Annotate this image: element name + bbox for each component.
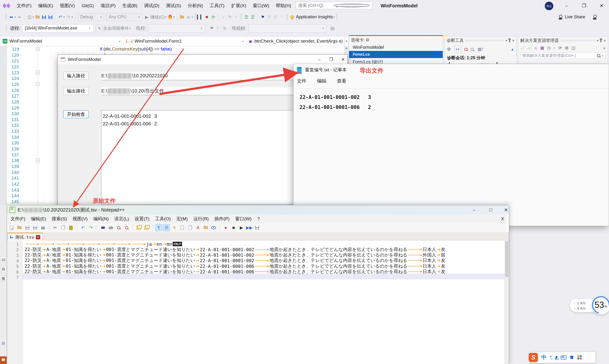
vertical-tab-label[interactable]: 自	[0, 340, 6, 346]
undo-icon[interactable]: ↶	[79, 224, 87, 231]
menu-编辑(E)[interactable]: 编辑(E)	[35, 0, 56, 12]
macro-play-icon[interactable]: ▶	[238, 224, 245, 231]
npp-titlebar[interactable]: E:\\10.20\20221020\测试.tsv - Notepad++	[7, 205, 509, 214]
step-out-icon[interactable]: ↑	[233, 13, 239, 21]
close-icon[interactable]: ✕	[512, 39, 515, 42]
chevron-down-icon[interactable]: ▾	[506, 39, 507, 42]
function-list-icon[interactable]	[179, 224, 186, 231]
back-icon[interactable]: ⤾	[521, 46, 524, 51]
folder-workspace-icon[interactable]	[202, 224, 209, 231]
start-check-button[interactable]: 开始检查	[63, 110, 89, 118]
step-into-icon[interactable]: ↓	[220, 13, 226, 21]
flag-icon[interactable]: ⚑	[209, 25, 215, 32]
ime-mode-icon[interactable]: 中	[541, 354, 546, 361]
menu-项目(P)[interactable]: 项目(P)	[97, 0, 119, 12]
process-dropdown[interactable]: [1644] WinFormsModel.exe▾	[22, 24, 93, 32]
macro-record-icon[interactable]: ●	[222, 224, 229, 231]
menu-文件(F)[interactable]: 文件(F)	[13, 0, 35, 12]
prev-bookmark-icon[interactable]: ⚐	[266, 13, 272, 21]
char-panel-icon[interactable]: A	[194, 224, 202, 231]
input-path-button[interactable]: 输入路径	[63, 72, 89, 80]
break-all-icon[interactable]: ▎▎	[197, 13, 204, 21]
stackframe-dropdown[interactable]: ▾	[248, 24, 327, 32]
menu-视图(V)[interactable]: 视图(V)	[57, 0, 78, 12]
next-bookmark-icon[interactable]: ⚐	[272, 13, 279, 21]
lifecycle-events-icon[interactable]: ↯	[96, 25, 103, 32]
sync-vertical-icon[interactable]	[135, 224, 142, 231]
npp-tab-active[interactable]: 测试.tsv ✕	[8, 233, 43, 241]
feedback-person-icon[interactable]	[593, 15, 597, 18]
npp-menu-文件(F)[interactable]: 文件(F)	[8, 215, 28, 223]
refresh-icon[interactable]: ⟳	[558, 45, 562, 51]
zoom-in-icon[interactable]	[464, 48, 467, 51]
threads-step-icon[interactable]: ⇅	[221, 25, 228, 32]
bookmark-icon[interactable]: ⚑	[259, 13, 266, 21]
left-strip-item[interactable]: 10	[0, 257, 6, 263]
menu-帮助(H)[interactable]: 帮助(H)	[273, 0, 295, 12]
sync-horizontal-icon[interactable]	[143, 224, 150, 231]
tabs-panel-item-project[interactable]: WinFormsModel	[349, 44, 443, 51]
scroll-up-icon[interactable]: ▲	[511, 47, 514, 51]
close-icon[interactable]: ✕	[603, 39, 606, 42]
search-in-files-icon[interactable]	[179, 13, 185, 21]
clear-bookmarks-icon[interactable]: ⚐	[279, 13, 285, 21]
fold-box-line-123[interactable]: −	[36, 71, 39, 74]
npp-menu-窗口(W)[interactable]: 窗口(W)	[233, 215, 254, 223]
toolbox-icon[interactable]	[577, 355, 582, 360]
left-strip-item[interactable]: 搜	[0, 275, 6, 282]
home-icon[interactable]: ⌂	[534, 46, 537, 51]
collapse-all-icon[interactable]: ⊞	[565, 45, 568, 51]
save-all-icon[interactable]	[47, 13, 53, 21]
open-file-icon[interactable]	[16, 224, 23, 231]
save-all-icon[interactable]	[32, 224, 39, 231]
macro-save-icon[interactable]	[254, 224, 261, 231]
npp-scrollbar[interactable]	[505, 241, 509, 364]
indent-guide-icon[interactable]: ☰	[163, 224, 170, 231]
chart-icon[interactable]: ▩⤒	[477, 46, 484, 53]
chevron-down-icon[interactable]: ▾	[597, 39, 599, 42]
diag-settings-icon[interactable]: ⚙	[447, 47, 451, 52]
notepad-menu-查看[interactable]: 查看	[335, 76, 348, 86]
dialog-maximize-button[interactable]: ❐	[325, 55, 337, 64]
app-insights-icon[interactable]	[289, 13, 296, 21]
continue-icon[interactable]: ▶	[143, 13, 150, 21]
dialog-minimize-button[interactable]: –	[313, 55, 325, 64]
keyboard-icon[interactable]	[561, 355, 566, 360]
notepad-titlebar[interactable]: 重复编号.txt - 记事本	[294, 64, 609, 76]
method-dropdown[interactable]: ▣ btnCheck_Click(object sender, EventArg…	[246, 36, 358, 46]
find-icon[interactable]	[99, 224, 107, 231]
restart-icon[interactable]: ⟳	[210, 13, 217, 21]
vs-minimize-button[interactable]: –	[561, 0, 572, 12]
preview-icon[interactable]: ◫	[571, 45, 575, 51]
notepad-menu-编辑[interactable]: 编辑	[315, 76, 328, 86]
forward-icon[interactable]: ➡	[16, 13, 23, 21]
microphone-icon[interactable]	[556, 356, 557, 359]
show-all-windows-icon[interactable]: ⌂	[185, 13, 192, 21]
menu-分析(N)[interactable]: 分析(N)	[184, 0, 206, 12]
menu-工具(T)[interactable]: 工具(T)	[206, 0, 228, 12]
pending-changes-icon[interactable]: ◷	[547, 45, 551, 51]
lifecycle-events-label[interactable]: 生命周期事件	[103, 26, 129, 31]
menu-窗口(W)[interactable]: 窗口(W)	[249, 0, 273, 12]
forward-icon[interactable]: ⤽	[527, 46, 531, 51]
debug-config-dropdown[interactable]: Debug▾	[78, 13, 104, 21]
npp-menu-工具(O)[interactable]: 工具(O)	[153, 215, 173, 223]
npp-doc-close-icon[interactable]: X	[501, 216, 504, 221]
back-icon[interactable]: ⬅	[8, 13, 14, 21]
live-share-group[interactable]: Live Share	[559, 12, 597, 23]
fold-box-line-119[interactable]: −	[36, 47, 39, 51]
npp-menu-编辑(E)[interactable]: 编辑(E)	[28, 215, 48, 223]
result-row[interactable]: 22-A-01-001-0001-0062	[103, 120, 292, 128]
pin-icon[interactable]	[600, 39, 601, 42]
menu-生成(B)[interactable]: 生成(B)	[119, 0, 141, 12]
npp-maximize-button[interactable]: □	[487, 207, 494, 213]
new-file-icon[interactable]	[8, 224, 15, 231]
app-insights-label[interactable]: Application Insights	[296, 14, 333, 20]
editor-splitter-icon[interactable]: ≡	[344, 36, 349, 46]
npp-minimize-button[interactable]: –	[471, 207, 478, 213]
npp-menu-编码(N)[interactable]: 编码(N)	[91, 215, 111, 223]
hot-reload-icon[interactable]	[167, 13, 173, 21]
zoom-out-icon[interactable]	[471, 48, 474, 51]
show-all-characters-icon[interactable]: ¶	[155, 224, 162, 231]
format-outdent-icon[interactable]: ☰	[249, 13, 256, 21]
